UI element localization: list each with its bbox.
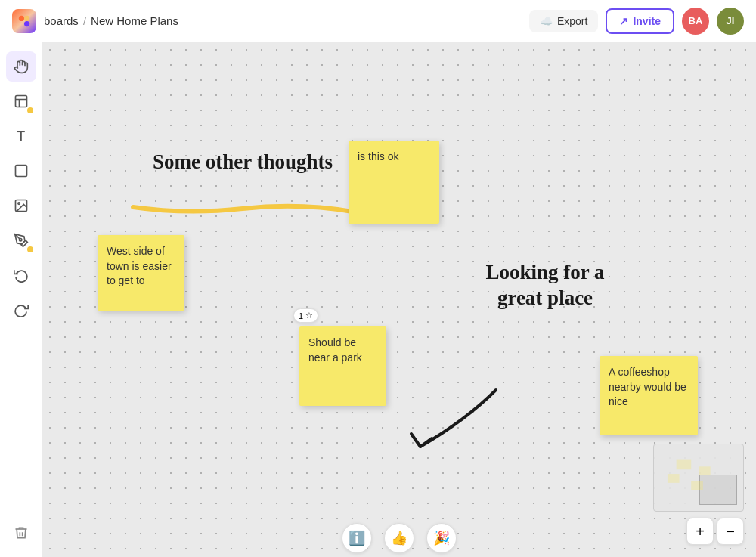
sticky-note-tool[interactable] xyxy=(6,86,36,116)
zoom-in-button[interactable]: + xyxy=(686,518,714,545)
invite-button[interactable]: ↗ Invite xyxy=(606,8,674,34)
sticky-note-west-side[interactable]: West side of town is easier to get to xyxy=(98,235,184,311)
svg-rect-8 xyxy=(677,460,692,470)
export-label: Export xyxy=(557,15,587,27)
bottom-toolbar: ℹ️ 👍 🎉 xyxy=(42,519,756,557)
arrow-drawing xyxy=(360,375,526,466)
svg-point-6 xyxy=(17,203,19,205)
sticky-note-coffeeshop[interactable]: A coffeeshop nearby would be nice xyxy=(600,356,698,435)
svg-point-0 xyxy=(19,15,24,20)
svg-point-2 xyxy=(24,15,29,20)
app-logo[interactable] xyxy=(12,9,36,33)
zoom-out-button[interactable]: − xyxy=(717,518,744,545)
canvas[interactable]: Some other thoughts Looking for a great … xyxy=(42,42,756,557)
celebrate-icon: 🎉 xyxy=(433,530,450,546)
sticky-tool-dot xyxy=(27,107,33,113)
info-button[interactable]: ℹ️ xyxy=(342,523,372,553)
draw-tool[interactable] xyxy=(6,225,36,255)
redo-tool[interactable] xyxy=(6,295,36,325)
breadcrumb-separator: / xyxy=(83,14,86,27)
sidebar: T xyxy=(0,42,42,557)
share-icon: ↗ xyxy=(619,15,628,27)
comment-badge[interactable]: 1 ☆ xyxy=(293,308,318,323)
svg-rect-4 xyxy=(15,166,26,177)
text-icon: T xyxy=(17,128,25,144)
export-cloud-icon: ☁️ xyxy=(540,15,553,27)
header-right: ☁️ Export ↗ Invite BA JI xyxy=(529,8,744,35)
breadcrumb: boards / New Home Plans xyxy=(44,14,178,27)
draw-tool-dot xyxy=(27,246,33,252)
svg-point-1 xyxy=(24,21,29,26)
comment-count: 1 xyxy=(299,311,303,320)
handwritten-looking-great-place: Looking for a great place xyxy=(462,260,628,311)
hand-tool[interactable] xyxy=(6,51,36,82)
svg-point-7 xyxy=(19,239,21,241)
celebrate-button[interactable]: 🎉 xyxy=(426,523,457,553)
breadcrumb-page[interactable]: New Home Plans xyxy=(91,14,178,27)
text-tool[interactable]: T xyxy=(6,121,36,151)
undo-tool[interactable] xyxy=(6,260,36,290)
like-button[interactable]: 👍 xyxy=(384,523,414,553)
underline-decoration xyxy=(125,201,360,219)
thumbs-up-icon: 👍 xyxy=(391,530,407,546)
avatar-ba[interactable]: BA xyxy=(682,8,709,35)
svg-rect-9 xyxy=(699,466,711,475)
info-icon: ℹ️ xyxy=(349,530,365,546)
star-icon: ☆ xyxy=(305,311,313,320)
trash-tool[interactable] xyxy=(6,518,36,548)
svg-rect-3 xyxy=(15,96,26,107)
zoom-controls: + − xyxy=(686,518,744,545)
avatar-ji[interactable]: JI xyxy=(717,8,744,35)
sticky-note-is-this-ok[interactable]: is this ok xyxy=(349,141,439,224)
svg-rect-11 xyxy=(691,481,703,490)
header: boards / New Home Plans ☁️ Export ↗ Invi… xyxy=(0,0,756,42)
mini-map xyxy=(653,444,744,512)
image-tool[interactable] xyxy=(6,190,36,221)
invite-label: Invite xyxy=(633,15,661,27)
handwritten-some-other-thoughts: Some other thoughts xyxy=(125,150,360,174)
export-button[interactable]: ☁️ Export xyxy=(529,10,598,32)
svg-rect-10 xyxy=(668,474,680,483)
shape-tool[interactable] xyxy=(6,156,36,186)
breadcrumb-home[interactable]: boards xyxy=(44,14,79,27)
